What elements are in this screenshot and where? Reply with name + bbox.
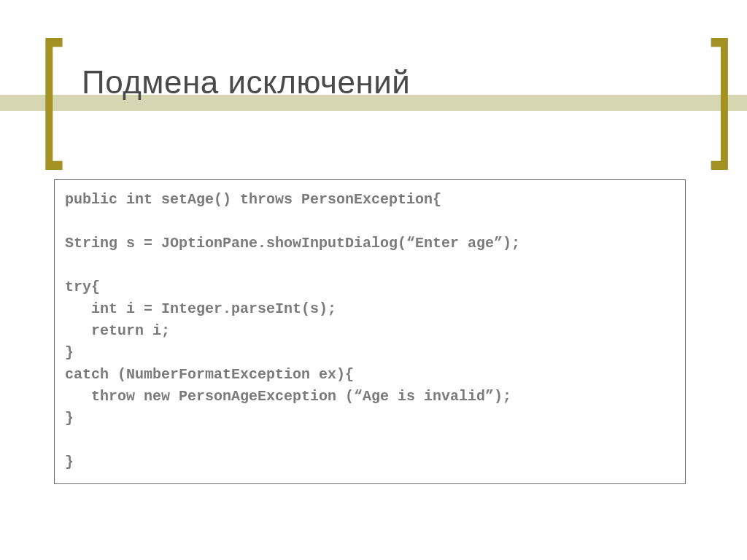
- slide: [ ] Подмена исключений public int setAge…: [0, 0, 747, 560]
- code-content: public int setAge() throws PersonExcepti…: [65, 189, 675, 473]
- slide-title: Подмена исключений: [82, 64, 410, 101]
- code-box: public int setAge() throws PersonExcepti…: [54, 179, 686, 484]
- right-bracket-decoration: ]: [710, 20, 734, 163]
- left-bracket-decoration: [: [39, 20, 63, 163]
